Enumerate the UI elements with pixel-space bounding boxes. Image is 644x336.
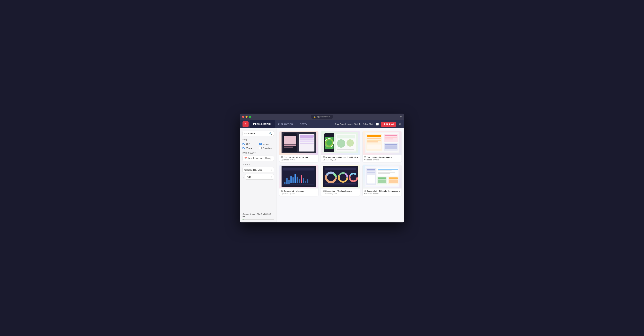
svg-rect-30 — [385, 137, 397, 138]
url-text: app.kawo.com — [317, 116, 330, 118]
svg-rect-73 — [378, 171, 392, 171]
user-sub-select-wrapper[interactable]: Alex Bob Carol — [245, 174, 274, 180]
file-icon: 🖼 — [364, 190, 366, 192]
thumb-preview — [364, 132, 400, 153]
logo: K — [242, 121, 248, 127]
media-filename: 🖼 Screenshot – Billing for Agencies.png — [364, 190, 400, 192]
user-select-wrapper: ↳ Alex Bob Carol — [242, 174, 274, 181]
svg-rect-29 — [385, 135, 397, 136]
header-controls: Date Added: Newest First ⇅ Delete Mode ⬆… — [335, 122, 402, 127]
svg-rect-67 — [367, 169, 375, 170]
svg-rect-25 — [367, 140, 381, 141]
storage-bar-background — [242, 219, 274, 220]
media-thumbnail — [362, 165, 402, 188]
delete-mode-checkbox[interactable] — [376, 123, 379, 125]
media-item[interactable]: 🖼 Screenshot – Advanced Post Metrics .pn… — [321, 131, 360, 162]
type-checkboxes: GIF Image Video Favorites — [242, 143, 274, 149]
svg-rect-47 — [303, 178, 304, 183]
maximize-window-btn[interactable] — [249, 116, 251, 118]
media-thumbnail — [321, 165, 360, 188]
media-uploader: Uploaded by Alex — [281, 193, 317, 195]
image-checkbox[interactable] — [259, 143, 262, 145]
date-filter-section: DATE SELECT 📅 Wed 1 Jun – Wed 31 Aug — [242, 152, 274, 161]
svg-rect-39 — [286, 178, 288, 184]
refresh-btn[interactable]: ↻ — [400, 115, 402, 118]
svg-rect-16 — [337, 135, 355, 139]
svg-rect-2 — [284, 136, 296, 144]
source-select-wrapper[interactable]: Uploaded By User Kawo Library Getty — [242, 167, 274, 173]
gif-checkbox[interactable] — [242, 143, 245, 145]
app-header: K MEDIA LIBRARY INSPIRATION GETTY Date A… — [240, 120, 404, 128]
svg-rect-4 — [284, 147, 293, 147]
svg-rect-3 — [284, 144, 296, 146]
sort-control[interactable]: Date Added: Newest First ⇅ — [335, 123, 360, 125]
svg-rect-77 — [378, 178, 386, 179]
date-range-picker[interactable]: 📅 Wed 1 Jun – Wed 31 Aug — [242, 155, 274, 161]
svg-rect-42 — [292, 178, 294, 183]
svg-rect-48 — [305, 181, 306, 183]
media-uploader: Uploaded by Alex — [323, 193, 358, 195]
svg-rect-75 — [378, 173, 390, 174]
calendar-icon: 📅 — [244, 157, 247, 159]
svg-rect-80 — [389, 178, 398, 179]
tab-inspiration[interactable]: INSPIRATION — [275, 120, 296, 128]
media-filename: 🖼 Screenshot – Advanced Post Metrics .pn… — [323, 156, 358, 158]
video-checkbox[interactable] — [242, 147, 245, 149]
svg-rect-41 — [290, 176, 292, 183]
media-info: 🖼 Screenshot – Likes.png Uploaded by Ale… — [280, 188, 318, 196]
file-icon: 🖼 — [323, 156, 325, 158]
search-icon: 🔍 — [269, 132, 272, 135]
image-checkbox-item[interactable]: Image — [259, 143, 274, 145]
storage-bar-fill — [242, 219, 244, 220]
titlebar: 🔒 app.kawo.com ↻ — [240, 114, 404, 120]
media-thumbnail — [321, 131, 360, 154]
svg-rect-46 — [301, 175, 302, 183]
tab-getty[interactable]: GETTY — [296, 120, 311, 128]
source-filter-section: SOURCE Uploaded By User Kawo Library Get… — [242, 164, 274, 181]
media-uploader: Uploaded by Alex — [281, 159, 317, 161]
nav-tabs: MEDIA LIBRARY INSPIRATION GETTY — [250, 120, 335, 128]
source-select[interactable]: Uploaded By User Kawo Library Getty — [242, 167, 274, 173]
gif-checkbox-item[interactable]: GIF — [242, 143, 258, 145]
svg-rect-9 — [300, 143, 314, 144]
svg-rect-18 — [346, 139, 354, 146]
dialog-close-button[interactable]: × — [398, 122, 402, 127]
upload-icon: ⬆ — [384, 123, 385, 125]
tab-media-library[interactable]: MEDIA LIBRARY — [250, 120, 275, 128]
media-item[interactable]: 🖼 Screenshot – Billing for Agencies.png … — [362, 165, 402, 196]
svg-rect-45 — [299, 179, 300, 183]
minimize-window-btn[interactable] — [246, 116, 248, 118]
media-filename: 🖼 Screenshot – Likes.png — [281, 190, 317, 192]
address-bar: 🔒 app.kawo.com — [311, 115, 333, 119]
media-item[interactable]: 🖼 Screenshot – View Post.png Uploaded by… — [280, 131, 318, 162]
upload-button[interactable]: ⬆ Upload — [381, 122, 396, 127]
svg-rect-63 — [325, 185, 356, 185]
thumb-preview — [322, 132, 358, 153]
close-window-btn[interactable] — [242, 116, 244, 118]
svg-rect-8 — [300, 141, 314, 142]
svg-rect-24 — [367, 138, 381, 139]
svg-rect-70 — [367, 175, 375, 184]
favorites-checkbox-item[interactable]: Favorites — [259, 147, 274, 149]
media-item[interactable]: 🖼 Screenshot – Tag Insights.png Uploaded… — [321, 165, 360, 196]
search-box[interactable]: 🔍 — [242, 131, 274, 136]
svg-rect-69 — [367, 172, 375, 173]
svg-rect-6 — [300, 135, 314, 138]
video-checkbox-item[interactable]: Video — [242, 147, 258, 149]
svg-rect-19 — [337, 149, 354, 150]
media-item[interactable]: 🖼 Screenshot – Likes.png Uploaded by Ale… — [280, 165, 318, 196]
svg-rect-40 — [288, 180, 290, 185]
svg-rect-37 — [283, 168, 314, 171]
user-select[interactable]: Alex Bob Carol — [245, 174, 274, 180]
app-body: 🔍 TYPE GIF Image — [240, 128, 404, 222]
sort-icon: ⇅ — [359, 123, 360, 125]
svg-rect-38 — [284, 182, 286, 185]
svg-rect-23 — [367, 135, 381, 137]
search-input[interactable] — [244, 132, 268, 135]
media-thumbnail — [280, 165, 318, 188]
svg-rect-26 — [367, 141, 378, 142]
thumb-preview — [322, 166, 358, 187]
media-item[interactable]: 🖼 Screenshot – Reporting.png Uploaded by… — [362, 131, 402, 162]
svg-rect-43 — [294, 174, 296, 183]
favorites-checkbox[interactable] — [259, 147, 262, 149]
